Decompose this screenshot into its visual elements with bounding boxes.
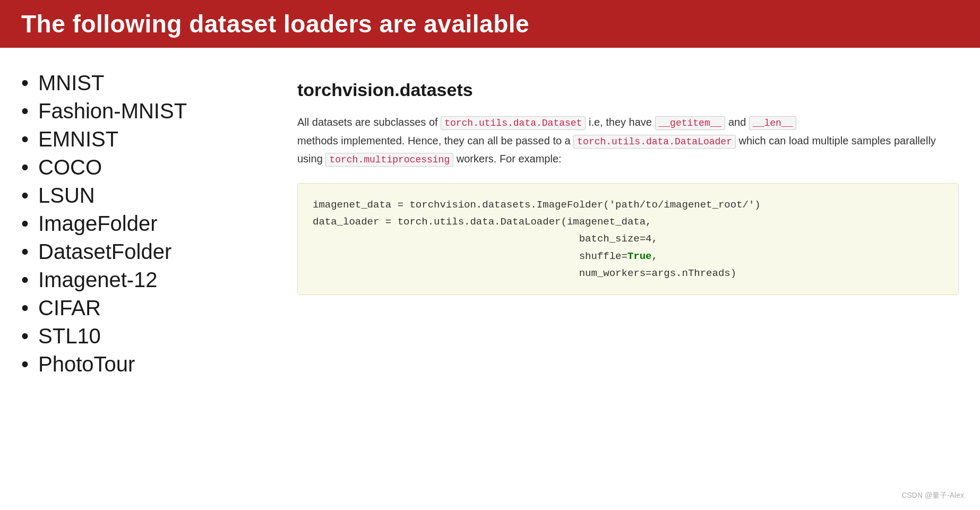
watermark: CSDN @量子-Alex [901, 491, 964, 500]
list-item: EMNIST [21, 125, 265, 153]
inline-code-1: torch.utils.data.Dataset [441, 116, 586, 130]
main-content: MNIST Fashion-MNIST EMNIST COCO LSUN Ima… [0, 48, 980, 510]
code-keyword: True [627, 250, 652, 262]
inline-code-5: torch.multiprocessing [325, 153, 453, 167]
list-item: ImageFolder [21, 210, 265, 238]
desc-part6: workers. For example: [457, 153, 562, 165]
desc-part4: methods implemented. Hence, they can all… [297, 135, 571, 146]
list-item: COCO [21, 153, 265, 181]
desc-part3: and [728, 116, 746, 128]
page-header: The following dataset loaders are availa… [0, 0, 980, 48]
inline-code-4: torch.utils.data.DataLoader [573, 135, 736, 149]
code-line-2: data_loader = torch.utils.data.DataLoade… [313, 216, 652, 228]
inline-code-3: __len__ [749, 116, 797, 130]
code-line-4: shuffle=True, [313, 250, 658, 262]
right-panel: torchvision.datasets All datasets are su… [297, 64, 959, 494]
list-item: MNIST [21, 69, 265, 97]
code-line-3: batch_size=4, [313, 233, 658, 245]
section-title: torchvision.datasets [297, 80, 959, 100]
description-text: All datasets are subclasses of torch.uti… [297, 113, 959, 168]
dataset-list: MNIST Fashion-MNIST EMNIST COCO LSUN Ima… [21, 69, 265, 378]
code-line-5: num_workers=args.nThreads) [313, 267, 736, 279]
desc-part1: All datasets are subclasses of [297, 116, 438, 128]
desc-part2: i.e, they have [589, 116, 652, 128]
left-panel: MNIST Fashion-MNIST EMNIST COCO LSUN Ima… [21, 64, 265, 494]
list-item: STL10 [21, 322, 265, 350]
list-item: CIFAR [21, 294, 265, 322]
list-item: Fashion-MNIST [21, 97, 265, 125]
code-line-1: imagenet_data = torchvision.datasets.Ima… [313, 199, 761, 211]
inline-code-2: __getitem__ [655, 116, 726, 130]
list-item: Imagenet-12 [21, 266, 265, 294]
code-block: imagenet_data = torchvision.datasets.Ima… [297, 183, 959, 295]
list-item: DatasetFolder [21, 238, 265, 266]
list-item: LSUN [21, 181, 265, 210]
page-title: The following dataset loaders are availa… [21, 10, 959, 38]
list-item: PhotoTour [21, 350, 265, 378]
